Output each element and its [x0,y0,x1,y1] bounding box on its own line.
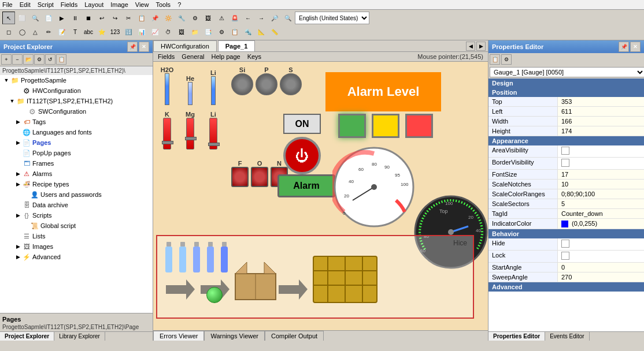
canvas-nav-right[interactable]: ▶ [476,42,486,51]
status-tab-compiler[interactable]: Compiler Output [265,331,324,341]
menu-view[interactable]: View [135,1,149,8]
tb2-btn-4[interactable]: ✏ [42,25,55,38]
checkbox-hide[interactable] [561,240,569,248]
pe-copy-btn[interactable]: 📋 [56,54,66,65]
submenu-fields[interactable]: Fields [158,53,175,60]
props-footer-tab-events[interactable]: Events Editor [545,332,589,341]
tree-item-progettosapmle[interactable]: ▼ 📁 ProgettoSapmle [0,75,153,85]
checkbox-areavis[interactable] [561,147,569,155]
prop-val-indicatorcolor[interactable]: (0,0,255) [558,219,644,229]
prop-val-scalesectors[interactable]: 5 [558,199,644,208]
tb-btn-7[interactable]: ↩ [95,12,108,24]
gauge-selector[interactable]: Gauge_1 [Gauge] [0050] [490,67,644,77]
tb-btn-14[interactable]: ⚙ [188,12,201,24]
pe-refresh-btn[interactable]: ↺ [45,54,55,65]
tree-item-advanced[interactable]: ▶ ⚡ Advanced [0,252,153,262]
power-button[interactable]: ⏻ [283,137,321,174]
knob-f[interactable] [231,167,249,187]
tree-item-userspasswords[interactable]: 👤 Users and passwords [0,189,153,200]
knob-o[interactable] [251,167,268,187]
panel-tab-library-explorer[interactable]: Library Explorer [54,332,105,341]
tb2-btn-9[interactable]: 123 [109,25,121,38]
tree-item-alarms[interactable]: ▶ ⚠ Alarms [0,169,153,179]
tb-btn-18[interactable]: ← [242,12,254,24]
menu-help[interactable]: ? [177,1,181,8]
tree-item-langfonts[interactable]: 🌐 Languages and fonts [0,127,153,137]
props-tb-2[interactable]: ⚙ [501,54,512,65]
tb2-btn-6[interactable]: T [69,25,82,38]
tb-btn-13[interactable]: 🔧 [175,12,188,24]
canvas-tab-hwconfig[interactable]: HWConfiguration [153,40,217,51]
tb2-btn-3[interactable]: △ [29,25,42,38]
pe-open-btn[interactable]: 📂 [23,54,34,65]
tb2-btn-1[interactable]: ◻ [2,25,15,38]
tb2-btn-5[interactable]: 📝 [55,25,68,38]
prop-val-hide[interactable] [558,238,644,250]
tb2-btn-2[interactable]: ◯ [16,25,28,38]
props-tb-1[interactable]: 📋 [490,54,500,65]
checkbox-lock[interactable] [561,252,569,260]
tb-btn-2[interactable]: 🔍 [29,12,42,24]
prop-val-top[interactable]: 353 [558,97,644,106]
pe-props-pin[interactable]: 📌 [619,42,629,52]
tree-item-it112[interactable]: ▼ 📁 IT112T(SP1,SP2,ETH1,ETH2) [0,96,153,106]
canvas-viewport[interactable]: Alarm Level H2O He Li [153,62,488,330]
tree-item-scripts[interactable]: ▶ {} Scripts [0,210,153,221]
tree-item-hwconfig[interactable]: ⚙ HWConfiguration [0,85,153,96]
pe-delete-btn[interactable]: − [12,54,23,65]
prop-val-areavis[interactable] [558,145,644,157]
slider-li2[interactable] [209,118,217,150]
tb-btn-9[interactable]: ✂ [122,12,135,24]
canvas-tab-page1[interactable]: Page_1 [218,40,256,51]
tb-btn-16[interactable]: ⚠ [215,12,228,24]
checkbox-bordervis[interactable] [561,159,569,167]
tree-item-dataarchive[interactable]: 🗄 Data archive [0,200,153,210]
pe-pin-btn[interactable]: 📌 [127,42,138,52]
menu-edit[interactable]: Edit [20,1,31,8]
tb2-btn-21[interactable]: 📏 [268,25,281,38]
pe-add-btn[interactable]: + [1,54,12,65]
tb-btn-17[interactable]: 🚨 [228,12,241,24]
tb-btn-15[interactable]: 🖼 [202,12,214,24]
prop-val-sweepangle[interactable]: 270 [558,272,644,282]
tree-item-pages[interactable]: ▶ 📄 Pages [0,137,153,148]
tb-btn-6[interactable]: ⏹ [82,12,95,24]
menu-file[interactable]: File [2,1,13,8]
dial-s[interactable] [280,73,302,95]
tb-btn-3[interactable]: 📄 [42,12,55,24]
prop-val-scalenotches[interactable]: 10 [558,180,644,189]
tree-item-tags[interactable]: ▶ 🏷 Tags [0,117,153,127]
tree-item-globalscript[interactable]: 📜 Global script [0,221,153,231]
language-selector[interactable]: English (United States) [295,12,369,24]
tb2-btn-13[interactable]: ⏱ [162,25,175,38]
tb2-btn-8[interactable]: ⭐ [95,25,108,38]
tree-path[interactable]: ProgettoSapmle\IT112T(SP1,SP2,ETH1,ETH2)… [0,66,153,75]
prop-val-startangle[interactable]: 0 [558,263,644,272]
tb-btn-20[interactable]: 🔎 [268,12,281,24]
pe-props-close[interactable]: ✕ [630,42,641,52]
tb-btn-10[interactable]: 📋 [135,12,148,24]
prop-val-width[interactable]: 166 [558,117,644,126]
menu-tools[interactable]: Tools [156,1,171,8]
panel-tab-project-explorer[interactable]: Project Explorer [0,332,54,341]
tb-btn-8[interactable]: ↪ [109,12,121,24]
submenu-general[interactable]: General [182,53,204,60]
tb2-btn-17[interactable]: ⚙ [215,25,228,38]
prop-val-scalecolorranges[interactable]: 0;80;90;100 [558,189,644,199]
tb2-btn-19[interactable]: 🔩 [242,25,254,38]
status-tab-warnings[interactable]: Warnings Viewer [204,331,265,341]
tb-btn-21[interactable]: 🔍 [282,12,294,24]
tree-item-recipetypes[interactable]: ▶ 🍜 Recipe types [0,179,153,189]
tree-item-images[interactable]: ▶ 🖼 Images [0,241,153,252]
submenu-helppage[interactable]: Help page [211,53,240,60]
tb2-btn-12[interactable]: 📈 [149,25,161,38]
tb-btn-11[interactable]: 📌 [149,12,161,24]
prop-val-left[interactable]: 611 [558,107,644,116]
tb-select[interactable]: ↖ [2,12,15,24]
prop-val-bordervis[interactable] [558,158,644,169]
tb2-btn-15[interactable]: 📁 [188,25,201,38]
canvas-nav-left[interactable]: ◀ [466,42,475,51]
tb2-btn-11[interactable]: 📊 [135,25,148,38]
status-tab-errors[interactable]: Errors Viewer [153,331,204,341]
menu-layout[interactable]: Layout [84,1,103,8]
